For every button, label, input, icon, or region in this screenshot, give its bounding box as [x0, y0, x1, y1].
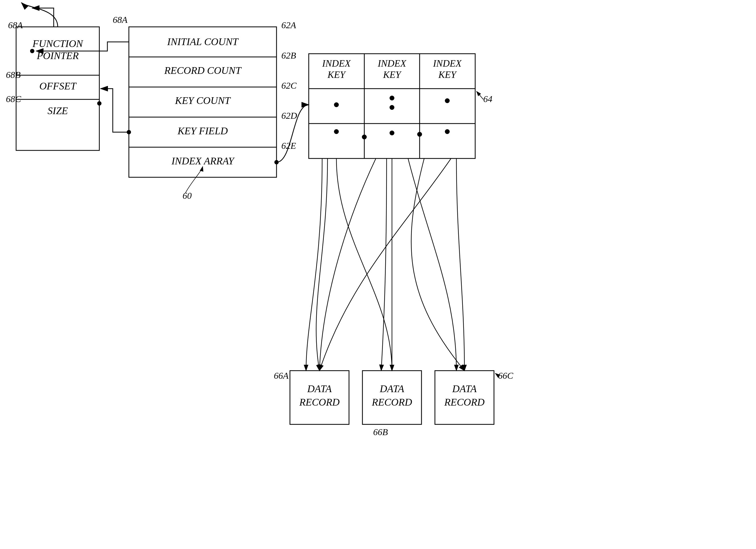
- svg-text:RECORD: RECORD: [372, 397, 412, 408]
- svg-text:64: 64: [483, 94, 492, 104]
- svg-text:68C: 68C: [6, 94, 21, 104]
- svg-point-48: [362, 134, 367, 139]
- svg-point-50: [417, 132, 422, 137]
- svg-text:DATA: DATA: [307, 383, 332, 394]
- svg-text:SIZE: SIZE: [48, 105, 68, 116]
- svg-text:68A: 68A: [113, 15, 128, 25]
- svg-text:INDEX: INDEX: [322, 58, 351, 69]
- svg-point-47: [334, 129, 339, 134]
- svg-text:62D: 62D: [281, 111, 297, 121]
- svg-text:OFFSET: OFFSET: [39, 80, 77, 92]
- svg-text:KEY FIELD: KEY FIELD: [177, 125, 228, 136]
- svg-point-49: [390, 130, 394, 135]
- svg-text:68B: 68B: [6, 70, 21, 80]
- svg-text:INITIAL COUNT: INITIAL COUNT: [167, 36, 239, 47]
- svg-text:68A: 68A: [8, 20, 23, 30]
- svg-text:62B: 62B: [281, 50, 296, 60]
- svg-point-8: [97, 101, 101, 105]
- svg-text:DATA: DATA: [452, 383, 477, 394]
- svg-text:RECORD: RECORD: [299, 397, 340, 408]
- svg-text:KEY COUNT: KEY COUNT: [175, 95, 231, 106]
- svg-text:KEY: KEY: [327, 69, 346, 80]
- svg-text:62C: 62C: [281, 81, 297, 90]
- svg-text:DATA: DATA: [380, 383, 405, 394]
- svg-text:KEY: KEY: [438, 69, 457, 80]
- svg-point-51: [445, 129, 450, 134]
- svg-text:66C: 66C: [498, 371, 513, 381]
- svg-point-46: [445, 98, 450, 103]
- svg-text:POINTER: POINTER: [37, 50, 79, 61]
- svg-text:INDEX ARRAY: INDEX ARRAY: [171, 155, 235, 166]
- svg-point-45: [390, 105, 394, 110]
- svg-point-43: [334, 102, 339, 107]
- svg-point-44: [390, 96, 394, 100]
- svg-point-5: [30, 49, 34, 53]
- diagram: FUNCTION POINTER OFFSET SIZE 68A 68B 68C…: [0, 0, 756, 549]
- svg-text:KEY: KEY: [383, 69, 402, 80]
- svg-text:62A: 62A: [281, 20, 296, 30]
- svg-text:FUNCTION: FUNCTION: [32, 38, 84, 49]
- svg-text:INDEX: INDEX: [377, 58, 407, 69]
- svg-text:RECORD COUNT: RECORD COUNT: [164, 65, 242, 76]
- svg-text:60: 60: [183, 191, 192, 201]
- svg-text:RECORD: RECORD: [444, 397, 485, 408]
- svg-text:66A: 66A: [274, 371, 289, 381]
- diagram-svg: FUNCTION POINTER OFFSET SIZE 68A 68B 68C…: [0, 0, 756, 549]
- svg-text:66B: 66B: [373, 427, 388, 437]
- svg-text:INDEX: INDEX: [433, 58, 462, 69]
